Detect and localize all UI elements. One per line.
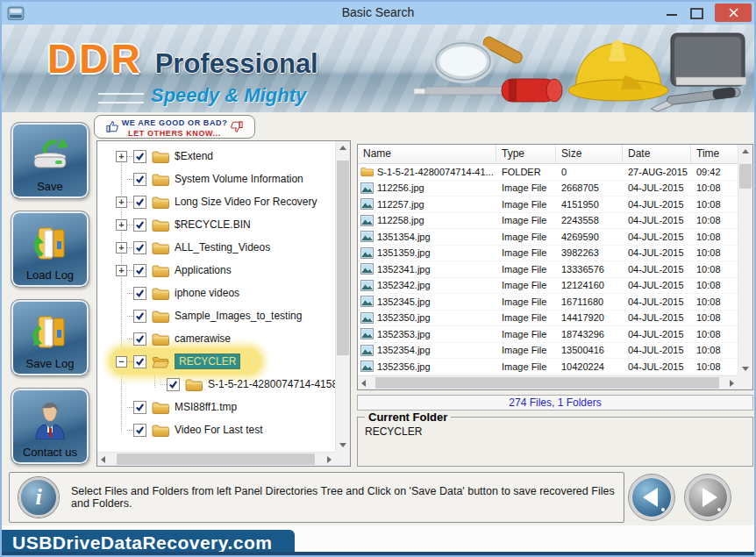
file-date: 04-JUL-2015 (623, 199, 691, 210)
expand-toggle-icon[interactable]: + (116, 265, 127, 276)
tree-checkbox[interactable] (133, 424, 146, 437)
tree-checkbox[interactable] (133, 196, 146, 209)
forward-button[interactable] (684, 474, 731, 521)
expand-toggle-icon[interactable]: − (116, 356, 127, 368)
tree-item-label[interactable]: S-1-5-21-4280074714-415853 (208, 378, 335, 390)
tree-checkbox[interactable] (167, 378, 180, 391)
tree-item[interactable]: + $RECYCLE.BIN (98, 213, 335, 236)
scroll-right-icon[interactable] (327, 456, 332, 463)
tree-checkbox[interactable] (133, 310, 146, 323)
tree-checkbox[interactable] (133, 241, 146, 254)
tree-item-label[interactable]: Video For Last test (175, 424, 263, 436)
table-row[interactable]: 1352354.jpg Image File 13500416 04-JUL-2… (358, 343, 738, 360)
scroll-up-icon[interactable] (742, 149, 749, 154)
column-header-type[interactable]: Type (496, 145, 556, 163)
table-row[interactable]: 1352356.jpg Image File 10420224 04-JUL-2… (358, 359, 738, 375)
close-button[interactable] (715, 4, 752, 22)
tree-item-label[interactable]: MSI88ff1.tmp (175, 401, 237, 413)
table-row[interactable]: 1352341.jpg Image File 13336576 04-JUL-2… (358, 261, 738, 278)
tree-item-label[interactable]: camerawise (175, 332, 231, 345)
tree-vertical-scrollbar[interactable] (335, 141, 350, 452)
tree-item[interactable]: Video For Last test (98, 418, 335, 441)
tree-item-label[interactable]: Long Size Video For Recovery (175, 196, 317, 208)
contact-us-button[interactable]: Contact us (11, 388, 89, 465)
tree-checkbox[interactable] (133, 173, 146, 186)
tree-horizontal-scrollbar[interactable] (97, 452, 335, 466)
files-hscroll-thumb[interactable] (375, 377, 719, 389)
table-row[interactable]: S-1-5-21-4280074714-41... FOLDER 0 27-AU… (358, 164, 738, 181)
tree-checkbox[interactable] (133, 401, 146, 414)
scroll-left-icon[interactable] (361, 380, 366, 387)
column-header-size[interactable]: Size (556, 145, 623, 163)
tree-item[interactable]: camerawise (98, 327, 335, 350)
table-row[interactable]: 112256.jpg Image File 2668705 04-JUL-201… (358, 181, 738, 197)
tree-checkbox[interactable] (133, 332, 146, 346)
tree-item[interactable]: − RECYCLER (98, 350, 335, 373)
back-button[interactable] (628, 474, 675, 521)
files-vscroll-thumb[interactable] (739, 164, 752, 189)
tree-item-label[interactable]: Sample_Images_to_testing (175, 310, 302, 322)
tree-item-label[interactable]: ALL_Testing_Videos (175, 241, 270, 254)
tree-checkbox[interactable] (133, 355, 146, 368)
tree-item-label[interactable]: RECYCLER (175, 353, 240, 369)
column-header-date[interactable]: Date (623, 145, 691, 163)
tree-connector (127, 156, 133, 157)
tree-item[interactable]: S-1-5-21-4280074714-415853 (98, 373, 335, 396)
table-row[interactable]: 112257.jpg Image File 4151950 04-JUL-201… (358, 196, 738, 213)
tree-hscroll-thumb[interactable] (117, 453, 315, 465)
files-horizontal-scrollbar[interactable] (358, 375, 738, 389)
tree-item-label[interactable]: iphone videos (175, 287, 239, 299)
tree-item-label[interactable]: Applications (175, 264, 232, 276)
tree-vscroll-thumb[interactable] (337, 161, 349, 355)
minimize-button[interactable] (667, 14, 677, 16)
file-time: 10:08 (691, 329, 738, 339)
expand-toggle-icon[interactable]: + (116, 219, 127, 231)
tree-item[interactable]: MSI88ff1.tmp (98, 396, 335, 418)
save-log-button[interactable]: Save Log (11, 299, 89, 376)
file-time: 10:08 (691, 345, 738, 355)
table-row[interactable]: 112258.jpg Image File 2243558 04-JUL-201… (358, 213, 738, 230)
table-row[interactable]: 1352345.jpg Image File 16711680 04-JUL-2… (358, 294, 738, 311)
tree-item[interactable]: + ALL_Testing_Videos (98, 236, 335, 259)
table-row[interactable]: 1352353.jpg Image File 18743296 04-JUL-2… (358, 326, 738, 343)
tree-item[interactable]: System Volume Information (98, 168, 335, 190)
tree-checkbox[interactable] (133, 150, 146, 163)
file-icon (360, 198, 374, 210)
file-date: 04-JUL-2015 (623, 312, 691, 323)
save-button[interactable]: Save (11, 122, 89, 199)
table-row[interactable]: 1351359.jpg Image File 3982263 04-JUL-20… (358, 246, 738, 262)
files-vertical-scrollbar[interactable] (738, 145, 752, 375)
current-folder-group: Current Folder RECYCLER (357, 411, 753, 467)
tree-item[interactable]: Sample_Images_to_testing (98, 304, 335, 327)
tree-item[interactable]: + $Extend (98, 145, 335, 168)
app-window: Basic Search (0, 0, 756, 557)
file-name: 112256.jpg (377, 182, 424, 193)
file-time: 10:08 (691, 247, 738, 258)
tree-checkbox[interactable] (133, 218, 146, 232)
table-row[interactable]: 1352350.jpg Image File 14417920 04-JUL-2… (358, 311, 738, 327)
tree-item-label[interactable]: $Extend (175, 150, 213, 162)
tree-checkbox[interactable] (133, 287, 146, 300)
load-log-button[interactable]: Load Log (11, 211, 89, 288)
tree-checkbox[interactable] (133, 264, 146, 277)
folder-icon (152, 424, 169, 437)
scroll-right-icon[interactable] (730, 380, 734, 387)
scroll-up-icon[interactable] (339, 146, 346, 150)
tree-item-label[interactable]: System Volume Information (175, 173, 303, 185)
feedback-banner[interactable]: WE ARE GOOD OR BAD? LET OTHERS KNOW... (94, 115, 255, 139)
tree-item-label[interactable]: $RECYCLE.BIN (175, 218, 251, 231)
maximize-button[interactable] (690, 8, 703, 19)
scroll-left-icon[interactable] (101, 456, 105, 463)
tree-item[interactable]: + Applications (98, 259, 335, 282)
expand-toggle-icon[interactable]: + (116, 242, 127, 254)
table-row[interactable]: 1352342.jpg Image File 12124160 04-JUL-2… (358, 278, 738, 295)
scroll-down-icon[interactable] (339, 443, 346, 447)
tree-item[interactable]: + Long Size Video For Recovery (98, 190, 335, 213)
table-row[interactable]: 1351354.jpg Image File 4269590 04-JUL-20… (358, 229, 738, 246)
column-header-time[interactable]: Time (691, 145, 738, 163)
expand-toggle-icon[interactable]: + (116, 196, 127, 208)
expand-toggle-icon[interactable]: + (116, 151, 127, 162)
column-header-name[interactable]: Name (358, 145, 496, 163)
tree-item[interactable]: iphone videos (98, 282, 335, 304)
scroll-down-icon[interactable] (742, 367, 749, 371)
